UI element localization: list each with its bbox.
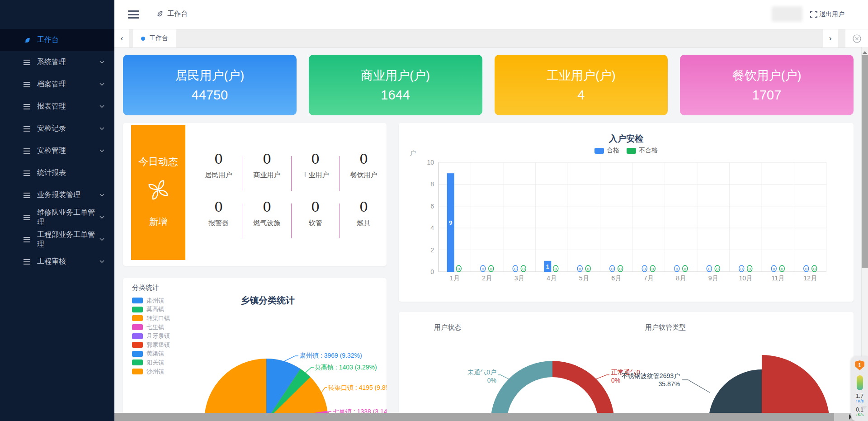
svg-text:莫高镇 : 1403 (3.29%): 莫高镇 : 1403 (3.29%) [315, 364, 377, 371]
svg-text:8月: 8月 [676, 274, 686, 282]
sidebar-item[interactable]: 统计报表 [0, 162, 114, 184]
username-blurred[interactable] [772, 6, 802, 22]
svg-text:0: 0 [781, 267, 783, 271]
svg-text:0: 0 [579, 267, 581, 271]
svg-text:0: 0 [716, 267, 718, 271]
chart-legend: 合格 不合格 [399, 147, 854, 155]
tabs-scroll-left-button[interactable]: ‹ [114, 29, 130, 47]
svg-text:11月: 11月 [771, 274, 784, 282]
hamburger-menu-icon[interactable] [128, 10, 139, 19]
sidebar-item-label: 业务报装管理 [37, 190, 80, 200]
today-stat-label: 居民用户 [194, 171, 243, 180]
chevron-down-icon [99, 216, 104, 219]
svg-text:转渠口镇 : 4195 (9.85%): 转渠口镇 : 4195 (9.85%) [328, 384, 387, 391]
chevron-down-icon [99, 238, 104, 241]
legend-swatch [594, 148, 604, 154]
today-stat-value: 0 [194, 199, 243, 215]
legend-item-pass[interactable]: 合格 [594, 147, 619, 155]
stat-card-label: 餐饮用户(户) [732, 67, 802, 84]
sidebar-item[interactable]: 档案管理 [0, 73, 114, 95]
divider [340, 203, 340, 238]
vertical-scroll-thumb[interactable] [862, 55, 868, 268]
sidebar-item-label: 维修队业务工单管理 [37, 208, 99, 227]
svg-text:4月: 4月 [547, 274, 557, 282]
today-stat-label: 餐饮用户 [340, 171, 388, 180]
today-stat: 0 燃具 [340, 199, 388, 227]
fullscreen-icon[interactable] [810, 11, 817, 18]
svg-text:0: 0 [587, 267, 589, 271]
menu-bars-icon [24, 148, 30, 154]
leaf-icon [156, 10, 164, 18]
close-circle-icon [853, 34, 861, 43]
svg-text:0: 0 [749, 267, 751, 271]
svg-text:0: 0 [611, 267, 613, 271]
sidebar-item-label: 报表管理 [37, 102, 66, 111]
status-pill-icon[interactable] [857, 375, 863, 390]
sidebar-item[interactable]: 维修队业务工单管理 [0, 206, 114, 228]
scroll-up-arrow[interactable] [863, 49, 867, 54]
svg-text:6: 6 [430, 203, 434, 210]
divider [243, 203, 243, 238]
sidebar-item[interactable]: 工程审核 [0, 251, 114, 273]
sidebar-item-label: 安检记录 [37, 124, 66, 133]
tab-active-dot [141, 37, 145, 41]
menu-bars-icon [24, 170, 30, 176]
sidebar-item[interactable]: 业务报装管理 [0, 184, 114, 206]
chevron-down-icon [99, 83, 104, 86]
legend-item-fail[interactable]: 不合格 [627, 147, 658, 155]
shield-badge-icon[interactable]: 1 [855, 360, 864, 370]
stat-card-label: 商业用户(户) [361, 67, 430, 84]
tabs-scroll-right-button[interactable]: › [822, 29, 838, 47]
sidebar-item[interactable]: 工程部业务工单管理 [0, 228, 114, 251]
svg-text:8: 8 [430, 180, 434, 188]
svg-text:0: 0 [458, 267, 460, 271]
svg-text:0: 0 [619, 267, 622, 271]
top-header: 工作台 退出用户 [114, 0, 868, 29]
chevron-down-icon [99, 61, 104, 64]
breadcrumb-title: 工作台 [167, 9, 188, 18]
today-stat-label: 工业用户 [291, 171, 340, 180]
horizontal-scroll-thumb[interactable] [114, 413, 834, 421]
tab-bar: ‹ 工作台 › [114, 29, 868, 48]
horizontal-scrollbar[interactable] [114, 413, 862, 421]
tab-workbench[interactable]: 工作台 [133, 29, 176, 47]
svg-text:0: 0 [555, 267, 557, 271]
svg-text:10月: 10月 [739, 274, 752, 282]
divider [340, 156, 340, 191]
today-stat: 0 软管 [291, 199, 340, 227]
sidebar-item[interactable]: 安检记录 [0, 118, 114, 140]
sidebar-item[interactable]: 报表管理 [0, 95, 114, 118]
stat-card[interactable]: 商业用户(户) 1644 [309, 55, 482, 115]
today-stat-value: 0 [243, 199, 291, 215]
sidebar-item[interactable]: 安检管理 [0, 140, 114, 162]
today-stat: 0 工业用户 [291, 151, 340, 180]
today-orange-panel: 今日动态 新增 [131, 125, 185, 260]
stat-cards-row: 居民用户(户) 44750商业用户(户) 1644工业用户(户) 4餐饮用户(户… [123, 55, 854, 115]
township-pie-chart: 肃州镇 : 3969 (9.32%)莫高镇 : 1403 (3.29%)转渠口镇… [123, 278, 387, 421]
divider [243, 156, 243, 191]
today-stat-value: 0 [291, 151, 340, 167]
stat-card[interactable]: 居民用户(户) 44750 [123, 55, 297, 115]
sidebar-item[interactable]: 系统管理 [0, 51, 114, 73]
stat-card[interactable]: 工业用户(户) 4 [495, 55, 668, 115]
status-charts-card: 用户状态 用户软管类型 未通气0户0%正常通气0户0%不锈钢波纹管2693户35… [399, 312, 854, 421]
today-stat-value: 0 [340, 199, 388, 215]
divider [291, 156, 292, 191]
logout-button[interactable]: 退出用户 [819, 10, 844, 19]
inspection-chart-card: 入户安检 合格 不合格 户 02468101月902月003月004月105月0… [399, 123, 854, 302]
svg-text:10: 10 [427, 159, 434, 166]
svg-text:0%: 0% [487, 377, 496, 384]
stat-card-value: 1707 [752, 88, 782, 103]
today-action-label: 新增 [149, 216, 167, 228]
tabs-close-all-button[interactable] [845, 29, 868, 47]
svg-text:0: 0 [773, 267, 775, 271]
sidebar-item[interactable]: 工作台 [0, 29, 114, 51]
stat-card-value: 44750 [192, 88, 228, 103]
chevron-down-icon [99, 127, 104, 130]
svg-text:0: 0 [522, 267, 524, 271]
svg-text:肃州镇 : 3969 (9.32%): 肃州镇 : 3969 (9.32%) [299, 352, 362, 359]
net-speed-widget[interactable]: 1 1.7 ↑K/s 0.1 ↓K/s [851, 356, 868, 421]
stat-card[interactable]: 餐饮用户(户) 1707 [680, 55, 854, 115]
svg-text:0: 0 [643, 267, 646, 271]
pinwheel-icon [143, 175, 173, 205]
